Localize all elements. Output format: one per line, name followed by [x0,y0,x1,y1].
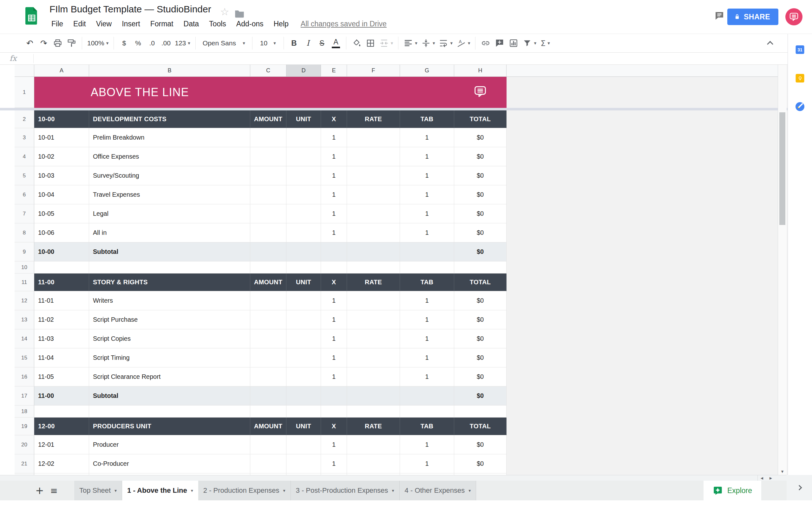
cell[interactable]: Script Timing [89,348,250,367]
cell[interactable] [286,310,321,329]
cell[interactable]: Writers [89,291,250,310]
cell[interactable]: $0 [454,185,506,204]
strikethrough-button[interactable]: S [315,35,329,51]
cell[interactable]: 1 [321,367,347,387]
cell[interactable]: Script Purchase [89,310,250,329]
document-title[interactable]: FIlm Budget Template — StudioBinder [50,4,211,15]
cell[interactable]: Script Clearance Report [89,367,250,387]
cell[interactable]: 1 [321,185,347,204]
cell[interactable] [286,204,321,223]
cell[interactable]: 1 [321,435,347,454]
font-family-select[interactable]: Open Sans▾ [199,35,249,51]
cell[interactable]: 12-01 [34,435,89,454]
cell[interactable]: X [321,418,347,435]
cell[interactable]: $0 [454,348,506,367]
cell[interactable]: 1 [400,291,454,310]
star-icon[interactable]: ☆ [220,6,229,18]
cell[interactable]: Office Expenses [89,147,250,166]
sheet-tab-1-above-the-line[interactable]: 1 - Above the Line▾ [122,481,198,501]
italic-button[interactable]: I [301,35,315,51]
cell[interactable]: $0 [454,147,506,166]
text-rotation-button[interactable]: A ▾ [455,35,472,51]
cell[interactable] [347,454,400,474]
cell[interactable]: 11-02 [34,310,89,329]
cell[interactable]: 1 [400,204,454,223]
scroll-right-icon[interactable]: ▸ [770,475,772,481]
cell[interactable]: 10-05 [34,204,89,223]
row-header[interactable]: 18 [14,405,34,418]
cell[interactable] [400,387,454,405]
cell[interactable]: 1 [400,185,454,204]
row-header[interactable]: 5 [14,166,34,185]
chevron-down-icon[interactable]: ▾ [191,488,193,493]
cell[interactable] [286,166,321,185]
cell[interactable]: 11-01 [34,291,89,310]
cell[interactable]: 1 [321,291,347,310]
text-wrap-button[interactable]: ▾ [437,35,455,51]
vertical-align-button[interactable]: ▾ [419,35,437,51]
cell[interactable] [250,147,286,166]
cell[interactable]: Subtotal [89,242,250,261]
all-sheets-button[interactable]: ≡ [46,481,61,501]
cell[interactable] [286,329,321,348]
insert-chart-button[interactable] [506,35,521,51]
cell[interactable]: 11-00 [34,274,89,291]
row-header[interactable]: 17 [14,387,34,405]
collapse-toolbar-icon[interactable] [767,40,773,46]
text-color-button[interactable]: A [329,35,343,51]
cell[interactable]: 12-00 [34,418,89,435]
cell[interactable] [347,242,400,261]
increase-decimal-button[interactable]: .00 [159,35,173,51]
filter-button[interactable]: ▾ [521,35,538,51]
google-tasks-icon[interactable] [795,102,804,111]
row-header[interactable]: 16 [14,367,34,387]
cell[interactable]: RATE [347,418,400,435]
cell[interactable] [347,348,400,367]
cell[interactable] [250,204,286,223]
cell[interactable]: 11-00 [34,387,89,405]
row-header[interactable]: 11 [14,274,34,291]
cell[interactable] [286,147,321,166]
sheet-tab-top-sheet[interactable]: Top Sheet▾ [74,481,122,501]
vertical-scrollbar[interactable]: ▾ [778,65,787,475]
cell[interactable]: $0 [454,310,506,329]
cell[interactable] [454,261,506,274]
cell[interactable]: 1 [400,310,454,329]
cell[interactable] [347,185,400,204]
cell[interactable] [286,387,321,405]
cell[interactable] [400,405,454,418]
row-header[interactable]: 4 [14,147,34,166]
cell[interactable]: TOTAL [454,418,506,435]
cell[interactable]: 1 [400,435,454,454]
row-header[interactable]: 9 [14,242,34,261]
cell[interactable] [400,261,454,274]
cell[interactable] [250,387,286,405]
cell[interactable] [286,128,321,147]
cell[interactable] [250,348,286,367]
cell[interactable] [89,261,250,274]
sheet-tab-2-production-expenses[interactable]: 2 - Production Expenses▾ [198,481,291,501]
cell[interactable] [250,329,286,348]
cell[interactable]: STORY & RIGHTS [89,274,250,291]
cell[interactable]: X [321,110,347,128]
cell[interactable] [89,405,250,418]
more-formats-button[interactable]: 123▾ [173,35,192,51]
cell[interactable]: TAB [400,274,454,291]
cell[interactable] [250,261,286,274]
cell[interactable]: 12-02 [34,454,89,474]
cell[interactable]: 11-04 [34,348,89,367]
cell[interactable]: 1 [321,348,347,367]
cell[interactable]: DEVELOPMENT COSTS [89,110,250,128]
menu-item-format[interactable]: Format [145,18,179,30]
chevron-down-icon[interactable]: ▾ [392,488,394,493]
cell[interactable] [286,291,321,310]
cell[interactable] [347,329,400,348]
row-header[interactable]: 21 [14,454,34,474]
cell[interactable]: $0 [454,329,506,348]
cell[interactable]: 1 [400,147,454,166]
cell[interactable]: UNIT [286,110,321,128]
paint-format-button[interactable] [65,35,79,51]
format-percent-button[interactable]: % [131,35,145,51]
cell[interactable]: X [321,274,347,291]
cell[interactable]: All in [89,223,250,242]
